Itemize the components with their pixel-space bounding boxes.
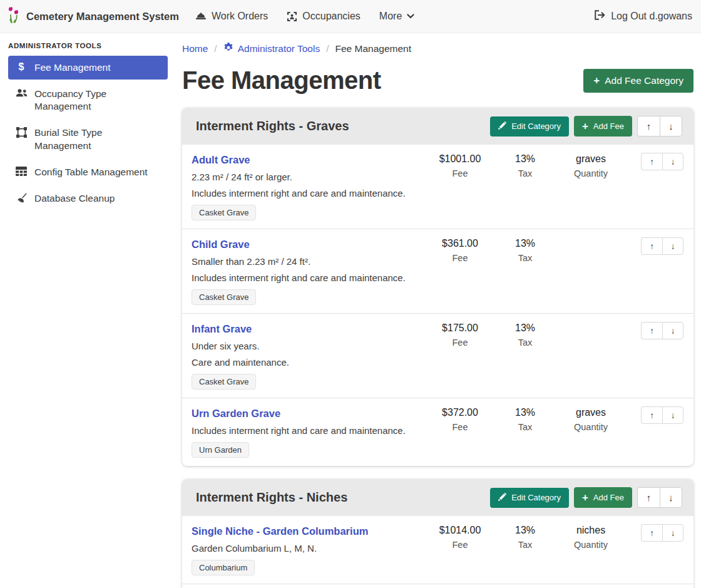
fee-row: Urn Garden Grave Includes interment righ… — [182, 398, 693, 466]
vector-square-icon — [15, 127, 28, 138]
move-category-up-button[interactable]: ↑ — [637, 116, 660, 137]
tax-label: Tax — [494, 422, 556, 432]
move-fee-up-button[interactable]: ↑ — [641, 237, 662, 255]
fee-amount: $175.00 — [426, 322, 494, 334]
page-title: Fee Management — [182, 66, 381, 95]
quantity-value: graves — [556, 407, 626, 418]
fee-type-badge: Urn Garden — [192, 442, 249, 458]
tax-label: Tax — [494, 540, 556, 550]
fee-category-title: Interment Rights - Graves — [196, 119, 349, 133]
fee-description: Garden Columbarium L, M, N. — [192, 543, 426, 554]
move-category-up-button[interactable]: ↑ — [637, 487, 660, 508]
fee-category-header: Interment Rights - Graves Edit Category … — [182, 108, 693, 145]
move-fee-down-button[interactable]: ↓ — [662, 153, 683, 170]
breadcrumb-home-link[interactable]: Home — [182, 43, 208, 54]
fee-amount: $361.00 — [426, 238, 494, 249]
fee-description: Under six years. — [192, 341, 426, 351]
fee-category-title: Interment Rights - Niches — [196, 490, 347, 505]
add-fee-button[interactable]: + Add Fee — [574, 487, 632, 508]
quantity-value: niches — [556, 525, 626, 536]
quantity-label: Quantity — [556, 422, 626, 432]
sidebar: ADMINISTRATOR TOOLS $ Fee Management Occ… — [0, 33, 174, 588]
move-fee-up-button[interactable]: ↑ — [641, 322, 662, 339]
tax-label: Tax — [494, 168, 556, 178]
nav-more[interactable]: More — [379, 11, 414, 22]
plus-icon: + — [593, 75, 600, 86]
edit-category-button[interactable]: Edit Category — [490, 116, 569, 137]
fee-description: Smaller than 2.23 m² / 24 ft². — [192, 256, 426, 267]
fee-amount-label: Fee — [426, 422, 494, 432]
fee-type-badge: Casket Grave — [192, 205, 256, 220]
table-icon — [15, 167, 28, 176]
breadcrumb-separator: / — [214, 43, 217, 54]
sidebar-item-label: Burial Site Type Management — [34, 126, 161, 152]
breadcrumb: Home / Administrator Tools / Fee Managem… — [182, 43, 693, 55]
fee-amount: $1014.00 — [426, 525, 494, 536]
tax-label: Tax — [494, 253, 556, 263]
pencil-icon — [498, 121, 506, 132]
sidebar-item-label: Fee Management — [34, 61, 111, 74]
main-nav: Work Orders Occupancies More — [195, 11, 414, 22]
main-content: Home / Administrator Tools / Fee Managem… — [174, 33, 701, 588]
move-category-down-button[interactable]: ↓ — [660, 487, 682, 508]
move-fee-up-button[interactable]: ↑ — [641, 153, 662, 170]
nav-work-orders-label: Work Orders — [212, 11, 268, 22]
quantity-label: Quantity — [556, 540, 626, 550]
add-fee-button[interactable]: + Add Fee — [574, 116, 632, 137]
sidebar-item-burial-site-type-management[interactable]: Burial Site Type Management — [8, 121, 168, 157]
fee-row: Adult Grave 2.23 m² / 24 ft² or larger.I… — [182, 145, 693, 229]
sidebar-item-occupancy-type-management[interactable]: Occupancy Type Management — [8, 82, 168, 118]
nav-occupancies-label: Occupancies — [302, 11, 361, 22]
tax-value: 13% — [494, 153, 556, 165]
nav-work-orders[interactable]: Work Orders — [195, 11, 268, 22]
breadcrumb-separator: / — [326, 43, 329, 54]
sidebar-item-label: Occupancy Type Management — [34, 88, 161, 113]
move-fee-down-button[interactable]: ↓ — [662, 322, 683, 339]
top-navbar: Cemetery Management System Work Orders O… — [0, 0, 701, 33]
sidebar-header: ADMINISTRATOR TOOLS — [8, 42, 168, 49]
fee-amount-label: Fee — [426, 253, 494, 263]
app-title: Cemetery Management System — [26, 11, 179, 23]
app-brand[interactable]: Cemetery Management System — [6, 6, 179, 27]
fee-type-badge: Casket Grave — [192, 289, 256, 305]
breadcrumb-current: Fee Management — [335, 43, 412, 54]
fee-name-link[interactable]: Urn Garden Grave — [192, 408, 280, 420]
move-fee-down-button[interactable]: ↓ — [662, 237, 683, 255]
quantity-label: Quantity — [556, 168, 626, 178]
fee-name-link[interactable]: Infant Grave — [192, 323, 252, 335]
tax-label: Tax — [494, 338, 556, 348]
sidebar-item-database-cleanup[interactable]: Database Cleanup — [8, 187, 168, 210]
edit-category-button[interactable]: Edit Category — [490, 488, 569, 508]
tax-value: 13% — [494, 322, 556, 334]
plus-icon: + — [582, 492, 588, 503]
fee-name-link[interactable]: Single Niche - Garden Columbarium — [192, 525, 368, 537]
pencil-icon — [498, 493, 506, 503]
fee-name-link[interactable]: Child Grave — [192, 239, 250, 250]
occupancy-frame-icon — [287, 11, 297, 22]
add-fee-category-label: Add Fee Category — [605, 75, 683, 86]
add-fee-category-button[interactable]: + Add Fee Category — [583, 69, 693, 93]
move-fee-up-button[interactable]: ↑ — [641, 524, 662, 542]
move-fee-down-button[interactable]: ↓ — [662, 406, 683, 424]
breadcrumb-admin-tools-link[interactable]: Administrator Tools — [223, 43, 320, 55]
logout-button[interactable]: Log Out d.gowans — [594, 10, 692, 23]
move-category-down-button[interactable]: ↓ — [660, 116, 682, 137]
broom-icon — [15, 193, 28, 203]
fee-description: Includes interment right and care and ma… — [192, 272, 426, 283]
plus-icon: + — [582, 121, 588, 132]
categories: Interment Rights - Graves Edit Category … — [182, 108, 693, 588]
tax-value: 13% — [494, 407, 556, 418]
edit-category-label: Edit Category — [511, 493, 561, 502]
quantity-value: graves — [556, 153, 626, 165]
add-fee-label: Add Fee — [593, 121, 624, 131]
sidebar-item-fee-management[interactable]: $ Fee Management — [8, 56, 168, 80]
sidebar-item-config-table-management[interactable]: Config Table Management — [8, 160, 168, 184]
fee-name-link[interactable]: Adult Grave — [192, 154, 250, 166]
tax-value: 13% — [494, 525, 556, 536]
fee-row: Infant Grave Under six years.Care and ma… — [182, 313, 693, 398]
fee-amount: $372.00 — [426, 407, 494, 418]
fee-description: Includes interment right and care and ma… — [192, 188, 426, 199]
move-fee-up-button[interactable]: ↑ — [641, 406, 662, 424]
move-fee-down-button[interactable]: ↓ — [662, 524, 683, 542]
nav-occupancies[interactable]: Occupancies — [287, 11, 361, 22]
